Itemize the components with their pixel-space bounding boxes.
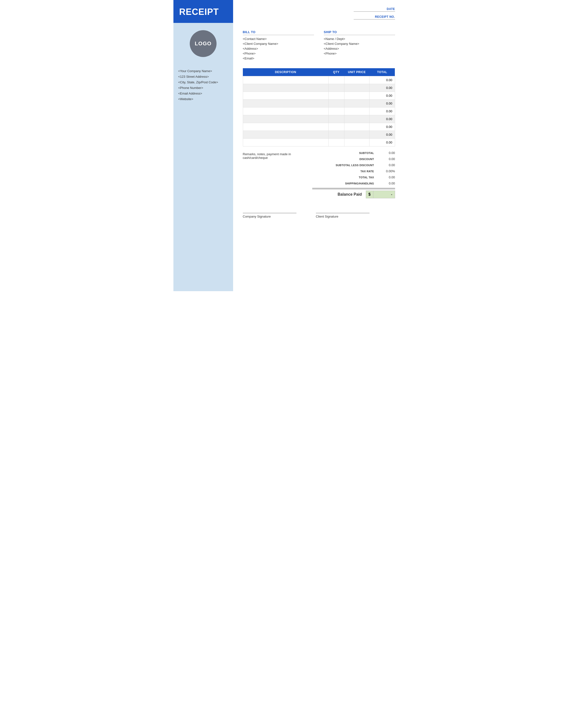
total-cell: 0.00 [369, 139, 395, 147]
qty-cell [329, 92, 344, 100]
company-signature-block: Company Signature [243, 213, 296, 218]
remarks-area: Remarks, notes, payment made in cash/car… [243, 150, 307, 198]
bill-to-contact: <Contact Name> [243, 37, 314, 41]
subtotal-label: SUBTOTAL [312, 152, 378, 154]
total-tax-row: TOTAL TAX 0.00 [312, 174, 395, 180]
signature-section: Company Signature Client Signature [243, 210, 395, 218]
bill-to-block: BILL TO <Contact Name> <Client Company N… [243, 30, 314, 61]
ship-to-address: <Address> [324, 47, 395, 50]
col-qty: QTY [329, 68, 344, 76]
unit-price-cell [344, 84, 369, 92]
unit-price-cell [344, 100, 369, 107]
company-signature-label: Company Signature [243, 215, 296, 218]
company-name: <Your Company Name> [178, 69, 228, 73]
remarks-text: Remarks, notes, payment made in cash/car… [243, 152, 307, 160]
company-address: <123 Street Address> [178, 75, 228, 78]
table-row: 0.00 [243, 107, 395, 115]
balance-dollar: $ [366, 190, 373, 198]
col-total: TOTAL [369, 68, 395, 76]
client-signature-block: Client Signature [316, 213, 369, 218]
total-cell: 0.00 [369, 100, 395, 107]
receipt-no-label: RECEIPT NO. [354, 15, 395, 20]
address-section: BILL TO <Contact Name> <Client Company N… [243, 30, 395, 61]
desc-cell [243, 139, 329, 147]
ship-to-block: SHIP TO <Name / Dept> <Client Company Na… [324, 30, 395, 61]
receipt-page: RECEIPT LOGO <Your Company Name> <123 St… [174, 0, 405, 291]
date-field: DATE [351, 7, 395, 12]
desc-cell [243, 115, 329, 123]
company-phone: <Phone Number> [178, 86, 228, 90]
ship-to-label: SHIP TO [324, 30, 395, 35]
sidebar: RECEIPT LOGO <Your Company Name> <123 St… [174, 0, 233, 291]
ship-to-company: <Client Company Name> [324, 42, 395, 46]
total-cell: 0.00 [369, 107, 395, 115]
bill-to-label: BILL TO [243, 30, 314, 35]
company-info: <Your Company Name> <123 Street Address>… [174, 62, 233, 106]
bill-to-address: <Address> [243, 47, 314, 50]
desc-cell [243, 107, 329, 115]
discount-value: 0.00 [378, 157, 395, 161]
shipping-label: SHIPPING/HANDLING [312, 182, 378, 185]
qty-cell [329, 131, 344, 139]
desc-cell [243, 131, 329, 139]
subtotal-less-value: 0.00 [378, 163, 395, 167]
unit-price-cell [344, 139, 369, 147]
totals-section: Remarks, notes, payment made in cash/car… [243, 150, 395, 198]
unit-price-cell [344, 123, 369, 131]
subtotal-less-label: SUBTOTAL LESS DISCOUNT [312, 164, 378, 167]
sidebar-header: RECEIPT [174, 0, 233, 23]
company-city-state: <City, State, Zip/Post Code> [178, 80, 228, 84]
subtotal-less-row: SUBTOTAL LESS DISCOUNT 0.00 [312, 162, 395, 168]
logo-area: LOGO [174, 23, 233, 62]
subtotal-value: 0.00 [378, 151, 395, 155]
col-unit-price: UNIT PRICE [344, 68, 369, 76]
total-cell: 0.00 [369, 76, 395, 84]
receipt-title: RECEIPT [179, 7, 227, 17]
tax-rate-label: TAX RATE [312, 170, 378, 173]
tax-rate-row: TAX RATE 0.00% [312, 168, 395, 174]
discount-label: DISCOUNT [312, 158, 378, 161]
qty-cell [329, 100, 344, 107]
qty-cell [329, 76, 344, 84]
table-row: 0.00 [243, 84, 395, 92]
table-row: 0.00 [243, 76, 395, 84]
table-row: 0.00 [243, 131, 395, 139]
total-cell: 0.00 [369, 123, 395, 131]
discount-row: DISCOUNT 0.00 [312, 156, 395, 162]
table-row: 0.00 [243, 123, 395, 131]
company-email: <Email Address> [178, 92, 228, 95]
qty-cell [329, 107, 344, 115]
unit-price-cell [344, 115, 369, 123]
ship-to-phone: <Phone> [324, 52, 395, 55]
receipt-no-field: RECEIPT NO. [351, 15, 395, 20]
col-description: DESCRIPTION [243, 68, 329, 76]
balance-row: Balance Paid $ - [312, 188, 395, 198]
tax-rate-value: 0.00% [378, 169, 395, 173]
header-fields: DATE RECEIPT NO. [243, 7, 395, 23]
ship-to-name: <Name / Dept> [324, 37, 395, 41]
logo: LOGO [190, 30, 216, 57]
bill-to-phone: <Phone> [243, 52, 314, 55]
desc-cell [243, 84, 329, 92]
shipping-row: SHIPPING/HANDLING 0.00 [312, 180, 395, 186]
table-row: 0.00 [243, 115, 395, 123]
date-label: DATE [354, 7, 395, 12]
qty-cell [329, 123, 344, 131]
table-row: 0.00 [243, 92, 395, 100]
total-cell: 0.00 [369, 84, 395, 92]
qty-cell [329, 115, 344, 123]
total-cell: 0.00 [369, 92, 395, 100]
subtotal-row: SUBTOTAL 0.00 [312, 150, 395, 156]
desc-cell [243, 100, 329, 107]
total-tax-label: TOTAL TAX [312, 176, 378, 179]
table-row: 0.00 [243, 139, 395, 147]
items-table: DESCRIPTION QTY UNIT PRICE TOTAL 0.00 0.… [243, 68, 395, 147]
qty-cell [329, 139, 344, 147]
balance-value: - [373, 190, 395, 198]
qty-cell [329, 84, 344, 92]
client-signature-label: Client Signature [316, 215, 369, 218]
unit-price-cell [344, 92, 369, 100]
total-cell: 0.00 [369, 131, 395, 139]
desc-cell [243, 76, 329, 84]
total-tax-value: 0.00 [378, 176, 395, 179]
